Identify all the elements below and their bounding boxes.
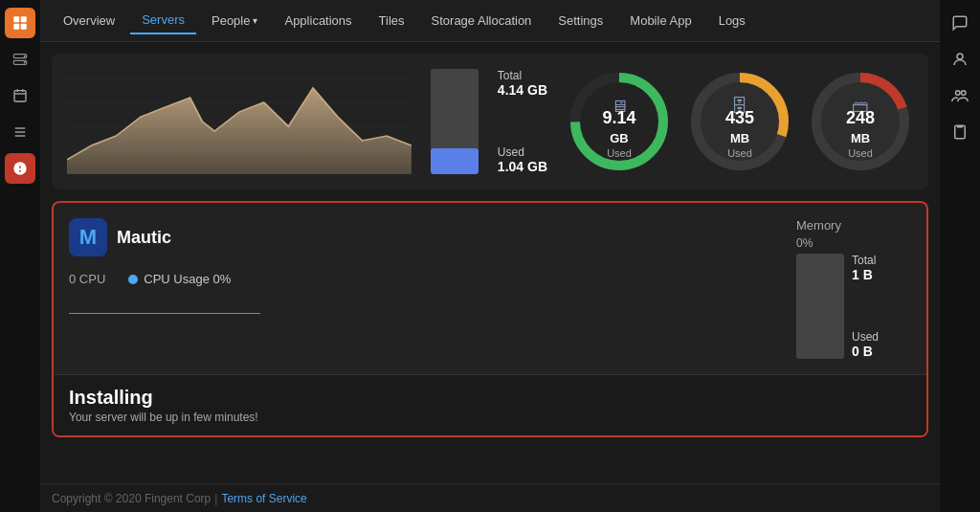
donut-2-center: 435 MB Used [714, 109, 767, 159]
donut-1-wrapper: 🖥 9.14 GB Used [567, 69, 672, 174]
memory-bar-visual [796, 254, 844, 359]
svg-rect-3 [21, 24, 27, 30]
svg-point-6 [24, 56, 26, 57]
donut-3-wrapper: 🗃 248 MB Used [808, 69, 913, 174]
bar-visual [431, 69, 479, 174]
nav-storage[interactable]: Storage Allocation [420, 8, 544, 33]
left-sidebar [0, 0, 40, 512]
mem-total: Total 1 B [852, 254, 879, 282]
nav-logs[interactable]: Logs [707, 8, 757, 33]
svg-point-7 [24, 61, 26, 63]
memory-pct: 0% [796, 236, 911, 250]
donuts-container: 🖥 9.14 GB Used [567, 69, 913, 174]
svg-point-17 [19, 170, 21, 172]
app-name: Mautic [117, 228, 171, 248]
main-content: Overview Servers People ▾ Applications T… [40, 0, 940, 512]
svg-rect-1 [21, 16, 27, 22]
donut-3-center: 248 MB Used [835, 109, 887, 159]
installing-title: Installing [69, 387, 911, 409]
sidebar-icon-alert[interactable] [5, 153, 35, 184]
installing-subtitle: Your server will be up in few minutes! [69, 411, 911, 424]
sidebar-icon-home[interactable] [5, 8, 35, 38]
cpu-usage: CPU Usage 0% [128, 272, 231, 286]
right-sidebar-chat-icon[interactable] [945, 8, 975, 38]
nav-servers[interactable]: Servers [130, 7, 196, 34]
svg-rect-8 [14, 91, 26, 101]
mem-used: Used 0 B [852, 330, 879, 359]
nav-mobileapp[interactable]: Mobile App [618, 8, 702, 33]
donut-2-wrapper: 🗄 435 MB Used [687, 69, 792, 174]
svg-rect-2 [13, 24, 19, 30]
app-info: M Mautic 0 CPU CPU Usage 0% [69, 218, 777, 359]
right-sidebar-user-icon[interactable] [945, 44, 975, 75]
total-label: Total 4.14 GB [498, 69, 547, 98]
area-chart [67, 69, 412, 174]
svg-point-36 [962, 91, 967, 96]
terms-of-service-link[interactable]: Terms of Service [221, 492, 306, 505]
stats-card: Total 4.14 GB Used 1.04 GB [52, 54, 928, 189]
app-card-inner: M Mautic 0 CPU CPU Usage 0% Memory [54, 203, 926, 374]
nav-settings[interactable]: Settings [546, 8, 614, 33]
donut-1: 🖥 9.14 GB Used [567, 69, 672, 174]
donut-3: 🗃 248 MB Used [808, 69, 913, 174]
sidebar-icon-calendar[interactable] [5, 80, 35, 111]
svg-point-34 [957, 54, 963, 59]
content-area: Total 4.14 GB Used 1.04 GB [40, 42, 940, 483]
memory-label: Memory [796, 218, 911, 233]
bar-labels: Total 4.14 GB Used 1.04 GB [498, 69, 547, 174]
top-nav: Overview Servers People ▾ Applications T… [40, 0, 940, 42]
right-sidebar-group-icon[interactable] [945, 80, 975, 111]
nav-tiles[interactable]: Tiles [368, 8, 416, 33]
used-label: Used 1.04 GB [498, 145, 547, 174]
bar-chart-section: Total 4.14 GB Used 1.04 GB [431, 69, 547, 174]
footer-divider: | [214, 492, 217, 505]
nav-applications[interactable]: Applications [273, 8, 363, 33]
right-sidebar-clipboard-icon[interactable] [945, 117, 975, 147]
donut-2: 🗄 435 MB Used [687, 69, 792, 174]
donut-1-center: 9.14 GB Used [593, 109, 646, 159]
svg-rect-0 [13, 16, 19, 22]
sidebar-icon-server[interactable] [5, 44, 35, 75]
memory-section: Memory 0% Total 1 B Used [796, 218, 911, 359]
memory-bar-container: Total 1 B Used 0 B [796, 254, 911, 359]
nav-overview[interactable]: Overview [52, 8, 126, 33]
right-sidebar [940, 0, 980, 512]
app-card: M Mautic 0 CPU CPU Usage 0% Memory [52, 201, 928, 437]
bar-fill [431, 148, 479, 175]
memory-bar-labels: Total 1 B Used 0 B [852, 254, 879, 359]
cpu-count: 0 CPU [69, 272, 105, 286]
footer: Copyright © 2020 Fingent Corp | Terms of… [40, 483, 940, 512]
nav-people[interactable]: People ▾ [200, 8, 269, 33]
copyright: Copyright © 2020 Fingent Corp [52, 492, 211, 505]
svg-point-35 [956, 91, 961, 96]
cpu-dot [128, 275, 138, 284]
app-logo: M [69, 218, 107, 256]
installing-banner: Installing Your server will be up in few… [54, 374, 926, 435]
app-header: M Mautic [69, 218, 777, 256]
cpu-chart-line [69, 313, 260, 314]
people-dropdown-arrow: ▾ [253, 15, 257, 26]
sidebar-icon-list[interactable] [5, 117, 35, 147]
cpu-stats: 0 CPU CPU Usage 0% [69, 272, 777, 286]
